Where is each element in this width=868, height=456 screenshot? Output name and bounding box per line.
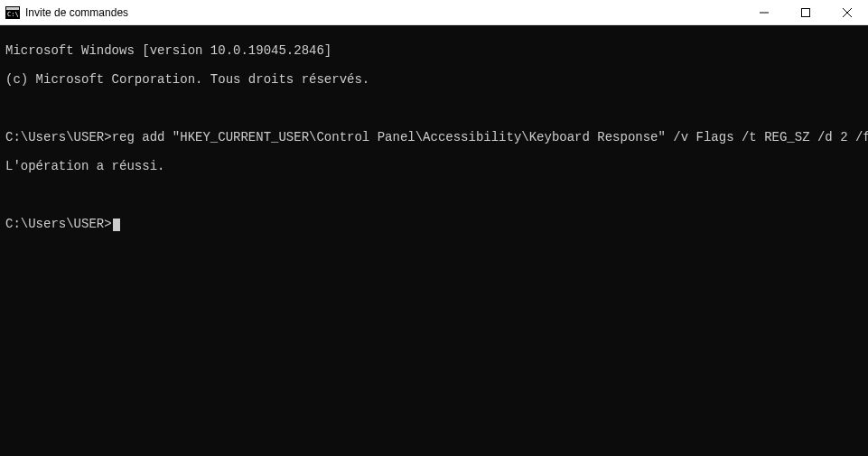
maximize-button[interactable]	[785, 0, 826, 24]
svg-rect-4	[802, 8, 810, 16]
minimize-button[interactable]	[743, 0, 785, 24]
title-bar: C:\ Invite de commandes	[0, 0, 868, 25]
close-button[interactable]	[826, 0, 868, 24]
copyright-line: (c) Microsoft Corporation. Tous droits r…	[5, 72, 863, 87]
prompt: C:\Users\USER>	[5, 130, 112, 144]
command-line-2: C:\Users\USER>	[5, 217, 863, 231]
result-line: L'opération a réussi.	[5, 159, 863, 173]
command-text: reg add "HKEY_CURRENT_USER\Control Panel…	[112, 130, 868, 144]
cursor	[113, 219, 120, 231]
blank-line	[5, 188, 863, 202]
terminal-area[interactable]: Microsoft Windows [version 10.0.19045.28…	[0, 25, 868, 456]
svg-rect-1	[6, 7, 19, 10]
svg-text:C:\: C:\	[7, 11, 19, 18]
window-controls	[743, 0, 868, 24]
cmd-icon: C:\	[5, 5, 20, 20]
window-title: Invite de commandes	[25, 6, 743, 19]
prompt: C:\Users\USER>	[5, 217, 112, 231]
version-line: Microsoft Windows [version 10.0.19045.28…	[5, 43, 863, 58]
command-line-1: C:\Users\USER>reg add "HKEY_CURRENT_USER…	[5, 130, 863, 144]
blank-line	[5, 101, 863, 116]
